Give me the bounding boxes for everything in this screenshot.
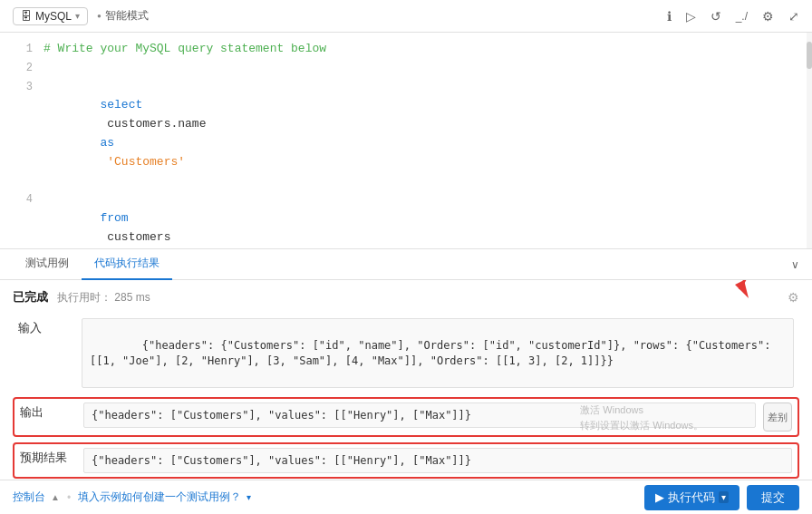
refresh-icon[interactable]: ↺ bbox=[710, 9, 721, 24]
bottom-bar-left: 控制台 ▲ • 填入示例如何创建一个测试用例？ ▾ bbox=[13, 490, 251, 505]
example-link[interactable]: 填入示例如何创建一个测试用例？ bbox=[78, 490, 241, 505]
code-line-4: 4 from customers bbox=[0, 190, 812, 248]
input-row: 输入 {"headers": {"Customers": ["id", "nam… bbox=[13, 315, 799, 392]
diff-button[interactable]: 差别 bbox=[763, 402, 792, 432]
top-bar: 🗄 MySQL ▾ 智能模式 ℹ ▷ ↺ _./ ⚙ ⤢ bbox=[0, 0, 812, 33]
status-settings-icon[interactable]: ⚙ bbox=[788, 290, 799, 305]
expected-label: 预期结果 bbox=[20, 448, 83, 466]
db-dropdown-icon: ▾ bbox=[75, 11, 80, 21]
bottom-bar: 控制台 ▲ • 填入示例如何创建一个测试用例？ ▾ ▶ 执行代码 ▾ 提交 bbox=[0, 480, 812, 514]
terminal-icon[interactable]: _./ bbox=[736, 10, 748, 23]
db-label: MySQL bbox=[35, 10, 72, 23]
console-label[interactable]: 控制台 bbox=[13, 490, 45, 505]
submit-button[interactable]: 提交 bbox=[747, 485, 799, 510]
code-line-2: 2 bbox=[0, 59, 812, 78]
run-dropdown-icon[interactable]: ▾ bbox=[719, 491, 729, 503]
info-icon[interactable]: ℹ bbox=[667, 9, 672, 24]
windows-watermark: 激活 Windows 转到设置以激活 Windows。 bbox=[580, 402, 703, 432]
editor-scrollbar-thumb bbox=[807, 42, 812, 69]
settings-icon[interactable]: ⚙ bbox=[762, 9, 774, 24]
run-label: 执行代码 bbox=[668, 490, 715, 506]
top-bar-right: ℹ ▷ ↺ _./ ⚙ ⤢ bbox=[667, 9, 799, 24]
results-area: 已完成 执行用时： 285 ms ⚙ 输入 {"headers": {"Cust… bbox=[0, 280, 812, 480]
editor-area: 1 # Write your MySQL query statement bel… bbox=[0, 33, 812, 248]
expand-icon[interactable]: ⤢ bbox=[788, 9, 799, 24]
run-code-button[interactable]: ▶ 执行代码 ▾ bbox=[644, 485, 740, 510]
run-icon: ▶ bbox=[655, 490, 664, 504]
smart-mode-label: 智能模式 bbox=[97, 8, 149, 24]
exec-time-label: 执行用时： 285 ms bbox=[57, 290, 150, 305]
example-dropdown-icon[interactable]: ▾ bbox=[246, 492, 251, 502]
tab-test-cases[interactable]: 测试用例 bbox=[13, 248, 82, 280]
top-bar-left: 🗄 MySQL ▾ 智能模式 bbox=[13, 7, 149, 25]
input-label: 输入 bbox=[18, 318, 82, 336]
db-icon: 🗄 bbox=[21, 10, 32, 23]
bottom-bar-right: ▶ 执行代码 ▾ 提交 bbox=[644, 485, 799, 510]
tabs-row: 测试用例 代码执行结果 ∨ bbox=[0, 249, 812, 280]
expected-row: 预期结果 {"headers": ["Customers"], "values"… bbox=[13, 442, 799, 479]
code-line-1: 1 # Write your MySQL query statement bel… bbox=[0, 40, 812, 59]
console-arrow: ▲ bbox=[51, 492, 60, 502]
bottom-panel: 测试用例 代码执行结果 ∨ 已完成 执行用时： 285 ms ⚙ 输入 {"he… bbox=[0, 248, 812, 480]
status-done: 已完成 bbox=[13, 289, 48, 305]
expected-value: {"headers": ["Customers"], "values": [["… bbox=[83, 448, 792, 473]
run-icon[interactable]: ▷ bbox=[686, 9, 696, 24]
output-label: 输出 bbox=[20, 402, 83, 421]
code-line-3: 3 select customers.name as 'Customers' bbox=[0, 78, 812, 191]
panel-collapse-icon[interactable]: ∨ bbox=[791, 258, 799, 271]
result-status-row: 已完成 执行用时： 285 ms ⚙ bbox=[13, 289, 799, 305]
dot-separator: • bbox=[67, 491, 71, 504]
tab-execution-results[interactable]: 代码执行结果 bbox=[82, 248, 172, 280]
editor-scrollbar[interactable] bbox=[807, 33, 812, 248]
input-value: {"headers": {"Customers": ["id", "name"]… bbox=[82, 318, 794, 388]
code-editor[interactable]: 1 # Write your MySQL query statement bel… bbox=[0, 33, 812, 248]
db-selector[interactable]: 🗄 MySQL ▾ bbox=[13, 7, 88, 25]
tabs-left: 测试用例 代码执行结果 bbox=[13, 248, 172, 280]
